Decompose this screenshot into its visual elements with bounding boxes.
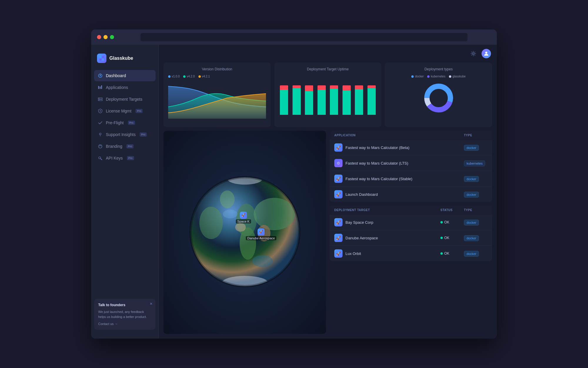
svg-rect-7 xyxy=(98,86,99,89)
app-name-3: 🚀 Fastest way to Mars Calculator (Stable… xyxy=(334,175,464,183)
marker-space-k-label: Space K xyxy=(236,219,251,223)
status-dot-3 xyxy=(440,252,443,255)
support-insights-pro-badge: Pro xyxy=(140,132,147,137)
legend-v100: v1.0.0 xyxy=(168,75,180,78)
svg-point-25 xyxy=(485,52,487,54)
right-panel: APPLICATION TYPE 🚀 Fastest way to Mars C… xyxy=(330,131,492,334)
uptime-bar-1 xyxy=(279,85,289,115)
deployments-table-header: DEPLOYMENT TARGET STATUS TYPE xyxy=(330,205,492,215)
app-type-1: docker xyxy=(464,145,487,150)
top-charts: Version Distribution v1.0.0 v4.2.0 xyxy=(163,62,492,127)
mac-window: Glasskube Dashboard xyxy=(91,29,497,339)
svg-point-18 xyxy=(100,136,101,137)
dep-row-1[interactable]: 🚀 Bay Space Corp OK docker xyxy=(330,215,492,230)
legend-dot-v420 xyxy=(183,75,186,78)
dep-icon-1: 🚀 xyxy=(334,218,343,226)
close-button[interactable] xyxy=(97,35,101,39)
dep-status-col-header: STATUS xyxy=(440,208,464,212)
dashboard-label: Dashboard xyxy=(106,73,126,78)
app-row-2[interactable]: ⚙ Fastest way to Mars Calculator (LTS) k… xyxy=(330,155,492,171)
deployments-table: DEPLOYMENT TARGET STATUS TYPE 🚀 Bay Spac… xyxy=(330,205,492,261)
dep-status-1: OK xyxy=(440,220,464,224)
dep-row-3[interactable]: 🚀 Lux Orbit OK docker xyxy=(330,246,492,261)
uptime-green-4 xyxy=(318,90,326,115)
svg-rect-9 xyxy=(101,85,102,89)
founders-card: ✕ Talk to founders We just launched, any… xyxy=(94,299,156,330)
uptime-chart xyxy=(279,75,377,116)
main-header xyxy=(159,45,497,62)
version-distribution-chart xyxy=(168,80,266,119)
uptime-red-2 xyxy=(293,85,301,88)
uptime-green-7 xyxy=(355,89,363,115)
support-insights-icon xyxy=(98,132,103,137)
api-keys-pro-badge: Pro xyxy=(127,156,134,160)
settings-icon[interactable] xyxy=(469,49,478,58)
applications-label: Applications xyxy=(106,85,128,90)
support-insights-label: Support Insights xyxy=(106,132,136,137)
dep-name-1: 🚀 Bay Space Corp xyxy=(334,218,440,226)
sidebar-item-api-keys[interactable]: API Keys Pro xyxy=(94,152,156,164)
founders-card-close[interactable]: ✕ xyxy=(150,302,153,306)
type-col-header: TYPE xyxy=(464,134,487,137)
deployment-targets-label: Deployment Targets xyxy=(106,97,142,102)
applications-table-header: APPLICATION TYPE xyxy=(330,131,492,140)
maximize-button[interactable] xyxy=(110,35,114,39)
globe-markers: 🚀 Space K 🚀 Danube Aerospace xyxy=(189,176,301,288)
sidebar: Glasskube Dashboard xyxy=(91,45,159,339)
svg-point-13 xyxy=(99,100,99,100)
sidebar-item-dashboard[interactable]: Dashboard xyxy=(94,70,156,81)
dep-name-2: 🚀 Danube Aerospace xyxy=(334,234,440,242)
donut-chart xyxy=(421,80,456,116)
app-name-2: ⚙ Fastest way to Mars Calculator (LTS) xyxy=(334,159,464,167)
svg-rect-8 xyxy=(100,87,101,89)
applications-col-header: APPLICATION xyxy=(334,134,464,137)
marker-danube-icon: 🚀 xyxy=(258,228,265,236)
svg-point-14 xyxy=(100,110,101,111)
pre-flight-pro-badge: Pro xyxy=(128,121,135,125)
logo-area: Glasskube xyxy=(91,51,158,70)
uptime-red-5 xyxy=(330,85,338,89)
dep-type-badge-3: docker xyxy=(464,251,487,256)
uptime-bar-2 xyxy=(291,85,302,115)
contact-us-link[interactable]: Contact us → xyxy=(98,322,151,326)
dep-name-3: 🚀 Lux Orbit xyxy=(334,249,440,258)
deployment-targets-icon xyxy=(98,97,103,102)
svg-rect-2 xyxy=(99,59,101,61)
donut-legend: docker kubernetes glasskube xyxy=(411,75,466,78)
sidebar-item-license-mgmt[interactable]: License Mgmt Pro xyxy=(94,105,156,117)
uptime-red-3 xyxy=(305,85,313,91)
version-distribution-card: Version Distribution v1.0.0 v4.2.0 xyxy=(163,62,271,127)
status-dot-1 xyxy=(440,221,443,223)
user-avatar[interactable] xyxy=(482,49,491,58)
legend-dot-v100 xyxy=(168,75,171,78)
marker-space-k-icon: 🚀 xyxy=(240,212,247,219)
uptime-green-2 xyxy=(293,88,301,115)
uptime-bar-8 xyxy=(367,85,377,115)
minimize-button[interactable] xyxy=(103,35,108,39)
sidebar-item-support-insights[interactable]: Support Insights Pro xyxy=(94,129,156,140)
app-icon-2: ⚙ xyxy=(334,159,343,167)
dep-target-col-header: DEPLOYMENT TARGET xyxy=(334,208,440,212)
sidebar-item-pre-flight[interactable]: Pre-Flight Pro xyxy=(94,117,156,128)
app-name-1: 🚀 Fastest way to Mars Calculator (Beta) xyxy=(334,143,464,152)
applications-table: APPLICATION TYPE 🚀 Fastest way to Mars C… xyxy=(330,131,492,202)
sidebar-item-deployment-targets[interactable]: Deployment Targets xyxy=(94,94,156,105)
pre-flight-icon xyxy=(98,120,103,125)
branding-label: Branding xyxy=(106,144,122,149)
sidebar-item-applications[interactable]: Applications xyxy=(94,82,156,93)
dep-row-2[interactable]: 🚀 Danube Aerospace OK docker xyxy=(330,230,492,246)
app-row-1[interactable]: 🚀 Fastest way to Mars Calculator (Beta) … xyxy=(330,140,492,155)
app-row-3[interactable]: 🚀 Fastest way to Mars Calculator (Stable… xyxy=(330,171,492,187)
license-icon xyxy=(98,108,103,114)
url-bar[interactable] xyxy=(141,33,467,41)
app-row-4[interactable]: 🚀 Launch Dashboard docker xyxy=(330,187,492,202)
branding-icon xyxy=(98,144,103,149)
founders-card-title: Talk to founders xyxy=(98,303,151,307)
uptime-green-6 xyxy=(343,91,351,115)
svg-rect-1 xyxy=(102,56,104,58)
uptime-red-6 xyxy=(343,85,351,91)
globe-section: 🚀 Space K 🚀 Danube Aerospace xyxy=(163,131,326,334)
legend-docker: docker xyxy=(411,75,424,78)
sidebar-item-branding[interactable]: Branding Pro xyxy=(94,141,156,152)
svg-point-12 xyxy=(99,98,99,99)
